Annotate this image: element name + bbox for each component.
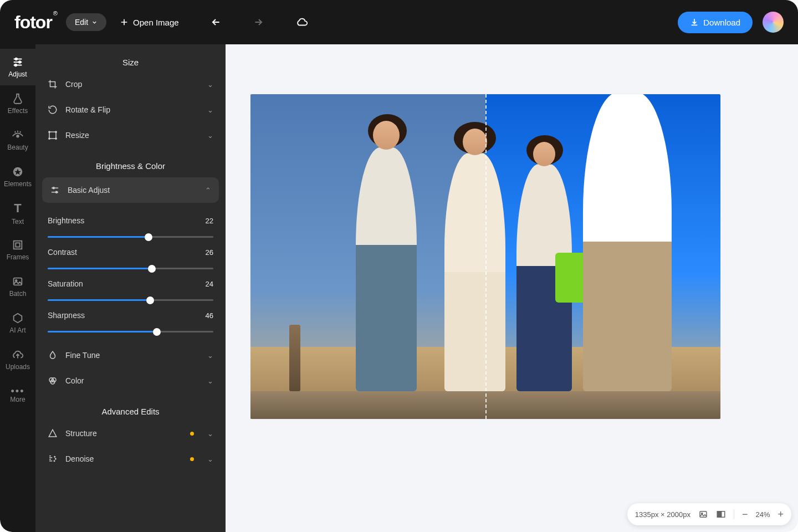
chevron-down-icon: ⌄ [207,351,213,360]
chevron-down-icon: ⌄ [207,455,213,463]
slider-brightness[interactable] [48,236,213,238]
image-dimensions: 1335px × 2000px [635,510,690,519]
hexagon-icon [12,312,24,324]
svg-marker-35 [49,429,57,437]
rail-label: Beauty [7,144,28,151]
rail-item-uploads[interactable]: Uploads [0,341,35,378]
rail-item-frames[interactable]: Frames [0,232,35,268]
row-label: Basic Adjust [68,186,197,195]
rail-item-batch[interactable]: Batch [0,268,35,305]
svg-rect-42 [722,511,725,518]
svg-point-10 [15,64,17,66]
chevron-down-icon: ⌄ [207,80,213,89]
eye-icon [12,129,24,141]
plus-icon [120,18,129,27]
rail-item-more[interactable]: ••• More [0,378,35,415]
app-logo: fotor® [14,12,56,33]
rail-item-aiart[interactable]: AI Art [0,305,35,341]
edit-mode-dropdown[interactable]: Edit [66,13,106,31]
flask-icon [12,93,24,105]
row-label: Crop [65,80,200,89]
resize-icon [48,130,58,140]
svg-rect-41 [717,511,720,518]
row-resize[interactable]: Resize ⌄ [35,122,226,148]
svg-point-38 [54,461,55,462]
heading-advanced: Advanced Edits [35,393,226,421]
svg-marker-21 [14,314,22,323]
redo-button[interactable] [250,13,268,31]
rail-item-beauty[interactable]: Beauty [0,122,35,158]
sliders-icon [50,185,60,195]
svg-point-11 [17,135,19,137]
rail-label: Text [12,218,24,226]
slider-value: 46 [206,311,213,320]
chevron-up-icon: ⌃ [205,186,211,195]
user-avatar[interactable] [763,12,784,33]
fit-to-screen-button[interactable] [698,509,708,519]
slider-sharpness[interactable] [48,331,213,332]
svg-point-25 [55,131,57,132]
zoom-in-button[interactable]: + [777,509,784,520]
rail-item-effects[interactable]: Effects [0,85,35,122]
rail-label: More [10,396,25,403]
image-icon [698,509,708,519]
zoom-out-button[interactable]: − [742,509,748,520]
row-fine-tune[interactable]: Fine Tune ⌄ [35,342,226,368]
structure-icon [48,428,58,438]
svg-point-36 [54,457,55,458]
status-bar: 1335px × 2000px − 24% + [627,503,791,525]
sliders-icon [12,56,24,68]
premium-badge-icon [190,432,194,436]
row-structure[interactable]: Structure ⌄ [35,421,226,446]
rail-label: Batch [9,290,27,298]
heading-brightness-color: Brightness & Color [35,148,226,175]
compare-icon [716,509,726,519]
rail-label: Adjust [8,70,27,78]
row-basic-adjust[interactable]: Basic Adjust ⌃ [42,177,219,203]
slider-value: 22 [206,217,213,225]
row-label: Rotate & Flip [65,105,200,114]
upload-cloud-icon [12,349,24,361]
cloud-sync-button[interactable] [293,13,311,31]
svg-rect-23 [49,132,56,139]
row-color[interactable]: Color ⌄ [35,368,226,393]
rail-item-adjust[interactable]: Adjust [0,49,35,85]
rail-item-text[interactable]: T Text [0,195,35,232]
canvas-area[interactable]: 1335px × 2000px − 24% + [226,44,798,532]
svg-point-9 [19,61,21,63]
row-denoise[interactable]: Denoise ⌄ [35,446,226,472]
rail-label: Elements [4,180,32,188]
svg-point-24 [49,131,50,132]
chevron-down-icon: ⌄ [207,106,213,114]
download-button[interactable]: Download [678,12,753,33]
text-icon: T [14,201,21,216]
image-placeholder [250,94,720,419]
svg-rect-39 [700,511,707,518]
arrow-right-icon [253,17,264,28]
waterdrop-icon [48,350,58,360]
open-image-button[interactable]: Open Image [120,18,179,27]
undo-button[interactable] [207,13,224,31]
slider-contrast[interactable] [48,268,213,269]
svg-rect-18 [16,243,19,247]
slider-value: 24 [206,280,213,288]
rail-item-elements[interactable]: Elements [0,158,35,195]
row-label: Fine Tune [65,351,200,360]
row-crop[interactable]: Crop ⌄ [35,71,226,97]
zoom-level: 24% [755,510,770,519]
tool-rail: Adjust Effects Beauty Elements T Text Fr… [0,44,35,532]
slider-value: 26 [206,248,213,257]
premium-badge-icon [190,457,194,461]
slider-label: Saturation [48,279,83,288]
rail-label: Frames [7,253,29,261]
canvas-image[interactable] [250,94,720,419]
rotate-icon [48,105,58,115]
edit-mode-label: Edit [75,18,88,27]
compare-divider[interactable] [485,94,487,419]
row-rotate-flip[interactable]: Rotate & Flip ⌄ [35,97,226,122]
compare-button[interactable] [716,509,726,519]
svg-point-8 [15,58,17,60]
svg-point-37 [55,458,57,459]
rail-label: AI Art [9,326,25,334]
slider-saturation[interactable] [48,299,213,301]
